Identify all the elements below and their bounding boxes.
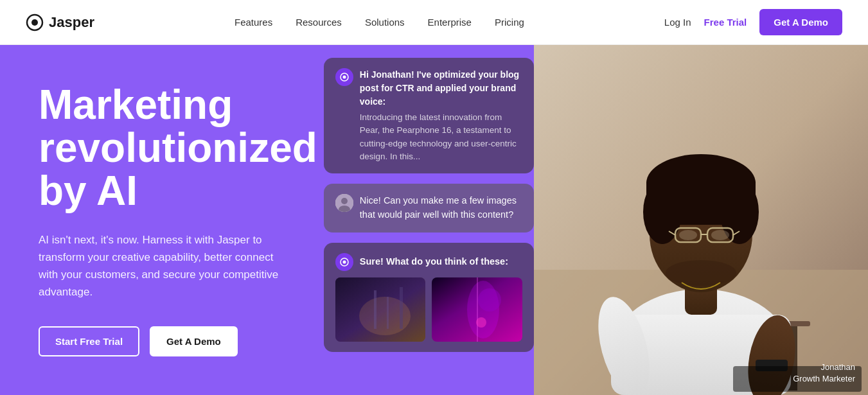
hero-photo: Jonathan Growth Marketer (534, 45, 868, 395)
svg-point-18 (476, 317, 486, 328)
svg-point-3 (342, 76, 346, 79)
logo-text: Jasper (49, 14, 94, 31)
hero-subtext: AI isn't next, it's now. Harness it with… (39, 231, 283, 301)
svg-point-16 (478, 288, 501, 312)
svg-rect-13 (400, 287, 403, 329)
hero-headline: Marketing revolutionized by AI (39, 83, 317, 213)
svg-point-1 (31, 19, 38, 26)
chat-bubble-2: Nice! Can you make me a few images that … (324, 184, 534, 233)
ai-logo-icon-2 (339, 257, 350, 267)
svg-point-39 (666, 260, 736, 286)
bubble1-title: Hi Jonathan! I've optimized your blog po… (360, 68, 522, 109)
chat-image-1 (335, 277, 426, 342)
navbar: Jasper Features Resources Solutions Ente… (0, 0, 868, 45)
svg-point-5 (341, 198, 348, 204)
svg-point-37 (679, 230, 697, 240)
ai-logo-icon (339, 72, 350, 82)
hero-left: Marketing revolutionized by AI AI isn't … (0, 45, 317, 395)
nav-links: Features Resources Solutions Enterprise … (235, 17, 524, 28)
svg-rect-12 (387, 297, 389, 329)
login-link[interactable]: Log In (664, 17, 691, 28)
hero-buttons: Start Free Trial Get A Demo (39, 326, 317, 356)
hero-section: Marketing revolutionized by AI AI isn't … (0, 45, 868, 395)
svg-point-38 (711, 230, 729, 240)
chat-container: Hi Jonathan! I've optimized your blog po… (324, 58, 534, 352)
user-avatar-icon (335, 194, 353, 212)
hero-person-illustration (534, 45, 868, 395)
nav-item-resources[interactable]: Resources (296, 17, 342, 28)
chat-bubble-1: Hi Jonathan! I've optimized your blog po… (324, 58, 534, 173)
image-preview-neon (432, 277, 522, 342)
chat-image-2 (432, 277, 522, 342)
svg-point-8 (342, 260, 346, 263)
nav-right: Log In Free Trial Get A Demo (664, 9, 842, 35)
ai-icon-1 (335, 68, 353, 86)
user-icon (335, 194, 353, 212)
photo-caption: Jonathan Growth Marketer (793, 362, 855, 385)
svg-rect-31 (646, 180, 756, 225)
logo[interactable]: Jasper (26, 13, 94, 31)
photo-person-role: Growth Marketer (793, 373, 855, 385)
chat-bubble-3: Sure! What do you think of these: (324, 243, 534, 352)
photo-person-name: Jonathan (793, 362, 855, 373)
nav-item-enterprise[interactable]: Enterprise (428, 17, 472, 28)
chat-images (335, 277, 522, 342)
get-demo-nav-button[interactable]: Get A Demo (759, 9, 842, 35)
nav-item-features[interactable]: Features (235, 17, 272, 28)
bubble1-body: Introducing the latest innovation from P… (360, 111, 522, 163)
start-free-trial-button[interactable]: Start Free Trial (39, 326, 139, 356)
get-demo-hero-button[interactable]: Get A Demo (150, 326, 238, 356)
nav-item-solutions[interactable]: Solutions (365, 17, 405, 28)
svg-rect-11 (374, 290, 376, 329)
free-trial-link[interactable]: Free Trial (704, 17, 747, 28)
svg-rect-17 (477, 277, 478, 342)
nav-item-pricing[interactable]: Pricing (495, 17, 524, 28)
logo-icon (26, 13, 44, 31)
ai-icon-2 (335, 253, 353, 271)
image-preview-dark (335, 277, 426, 342)
hero-right: Hi Jonathan! I've optimized your blog po… (317, 45, 868, 395)
bubble2-text: Nice! Can you make me a few images that … (360, 194, 522, 222)
bubble3-title: Sure! What do you think of these: (360, 255, 508, 269)
